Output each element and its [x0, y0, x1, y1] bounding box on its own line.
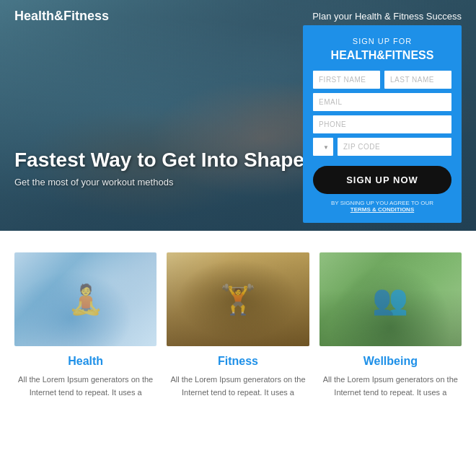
signup-card: SIGN UP FOR HEALTH&FITNESS GENDER Male F… [303, 25, 462, 223]
hero-section: Health&Fitness Plan your Health & Fitnes… [0, 0, 476, 231]
wellbeing-card-image [319, 252, 462, 346]
hero-content: Fastest Way to Get Into Shape Get the mo… [14, 148, 304, 188]
last-name-input[interactable] [384, 71, 451, 89]
wellbeing-card: Wellbeing All the Lorem Ipsum generators… [319, 252, 462, 399]
phone-input[interactable] [313, 115, 451, 133]
email-row [313, 93, 451, 111]
signup-title: HEALTH&FITNESS [313, 48, 451, 62]
wellbeing-card-title: Wellbeing [319, 355, 462, 368]
health-card-text: All the Lorem Ipsum generators on the In… [14, 374, 157, 399]
fitness-card-title: Fitness [167, 355, 309, 368]
hero-subheadline: Get the most of your workout methods [14, 177, 304, 188]
terms-pre: BY SIGNING UP YOU AGREE TO OUR [331, 200, 433, 206]
health-card-title: Health [14, 355, 157, 368]
gender-zip-row: GENDER Male Female Other ▼ [313, 138, 451, 156]
cards-row: Health All the Lorem Ipsum generators on… [14, 252, 462, 399]
health-card-image [14, 252, 157, 346]
hero-headline: Fastest Way to Get Into Shape [14, 148, 304, 172]
gender-wrapper: GENDER Male Female Other ▼ [313, 138, 333, 156]
wellbeing-card-text: All the Lorem Ipsum generators on the In… [319, 374, 462, 399]
logo: Health&Fitness [14, 9, 109, 24]
zip-input[interactable] [338, 138, 451, 156]
fitness-card-text: All the Lorem Ipsum generators on the In… [167, 374, 309, 399]
signup-header-label: SIGN UP FOR [313, 37, 451, 45]
fitness-card: Fitness All the Lorem Ipsum generators o… [167, 252, 309, 399]
name-row [313, 71, 451, 89]
health-card: Health All the Lorem Ipsum generators on… [14, 252, 157, 399]
nav-tagline: Plan your Health & Fitness Success [312, 11, 462, 22]
email-input[interactable] [313, 93, 451, 111]
first-name-input[interactable] [313, 71, 380, 89]
gender-select[interactable]: GENDER Male Female Other [313, 138, 333, 156]
fitness-card-image [167, 252, 309, 346]
signup-button[interactable]: SIGN UP NOW [313, 166, 451, 194]
phone-row [313, 115, 451, 133]
content-section: Health All the Lorem Ipsum generators on… [0, 231, 476, 413]
terms-link[interactable]: TERMS & CONDITIONS [351, 206, 414, 213]
terms-text: BY SIGNING UP YOU AGREE TO OUR TERMS & C… [313, 200, 451, 213]
